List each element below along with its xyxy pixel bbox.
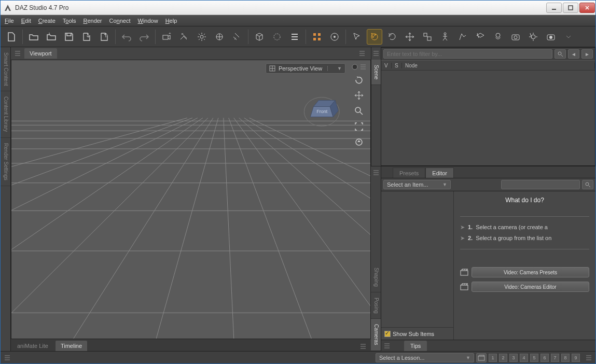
pane-options-icon[interactable]	[359, 63, 367, 71]
pointlight-icon[interactable]	[194, 29, 210, 45]
arrow-left-icon[interactable]: ◄	[568, 49, 579, 59]
tab-animate-lite[interactable]: aniMate Lite	[12, 341, 53, 351]
col-s[interactable]: S	[392, 63, 402, 68]
lesson-step-6[interactable]: 6	[540, 354, 549, 362]
pose-tool-icon[interactable]	[455, 29, 470, 45]
select-item-dropdown[interactable]: Select an Item...▼	[383, 180, 451, 189]
pane-menu-icon[interactable]	[382, 341, 392, 351]
camera-add-icon[interactable]: +	[159, 29, 174, 45]
col-v[interactable]: V	[381, 63, 392, 68]
editor-vertical-tabs: Shaping Posing Cameras	[371, 166, 381, 351]
null-icon[interactable]	[269, 29, 285, 45]
tab-smart-content[interactable]: Smart Content	[1, 47, 10, 91]
surface-select-icon[interactable]	[473, 29, 488, 45]
video-camera-presets-button[interactable]: Video: Camera Presets	[472, 267, 589, 277]
pane-menu-icon[interactable]	[371, 49, 381, 58]
lesson-step-1[interactable]: 1	[489, 354, 497, 362]
view-selector-dropdown[interactable]: Perspective View ▼	[266, 63, 345, 74]
menu-render[interactable]: Render	[83, 18, 102, 24]
svg-point-20	[531, 35, 535, 39]
node-select-icon[interactable]	[349, 29, 365, 45]
close-button[interactable]	[579, 3, 595, 13]
editor-filter-input[interactable]	[501, 180, 580, 189]
titlebar: DAZ Studio 4.7 Pro	[1, 1, 595, 15]
svg-text:Front: Front	[316, 109, 327, 114]
rotate-tool-icon[interactable]	[384, 29, 400, 45]
distantlight-icon[interactable]	[212, 29, 227, 45]
search-icon[interactable]	[582, 180, 593, 189]
clapper-icon[interactable]	[476, 353, 487, 362]
show-sub-items-toggle[interactable]: Show Sub Items	[381, 327, 453, 340]
reset-view-icon[interactable]	[352, 136, 366, 148]
lesson-step-5[interactable]: 5	[530, 354, 538, 362]
group-icon[interactable]	[287, 29, 302, 45]
universal-tool-icon[interactable]	[367, 29, 382, 45]
scene-filter-input[interactable]	[383, 49, 552, 59]
menu-file[interactable]: File	[5, 18, 14, 24]
pan-icon[interactable]	[352, 89, 366, 102]
chevron-down-icon[interactable]	[561, 29, 576, 45]
tab-editor[interactable]: Editor	[425, 167, 454, 178]
linearlight-icon[interactable]	[229, 29, 245, 45]
lesson-step-9[interactable]: 9	[572, 354, 580, 362]
activepose-icon[interactable]	[437, 29, 453, 45]
undo-icon[interactable]	[119, 29, 134, 45]
search-icon[interactable]	[555, 49, 566, 59]
lesson-dropdown[interactable]: Select a Lesson...▼	[376, 353, 474, 362]
tab-shaping[interactable]: Shaping	[371, 262, 381, 292]
lesson-step-8[interactable]: 8	[561, 354, 570, 362]
tab-render-settings[interactable]: Render Settings	[1, 138, 10, 186]
lesson-step-4[interactable]: 4	[520, 354, 528, 362]
spotlight-icon[interactable]	[176, 29, 192, 45]
merge-folder-icon[interactable]	[44, 29, 59, 45]
video-cameras-editor-button[interactable]: Video: Cameras Editor	[472, 282, 589, 292]
primitive-icon[interactable]	[252, 29, 267, 45]
open-folder-icon[interactable]	[26, 29, 41, 45]
tab-content-library[interactable]: Content Library	[1, 91, 10, 137]
scale-tool-icon[interactable]	[420, 29, 435, 45]
maximize-button[interactable]	[563, 3, 578, 13]
pane-menu-right-icon[interactable]	[357, 49, 367, 58]
render-icon[interactable]	[543, 29, 559, 45]
menu-tools[interactable]: Tools	[63, 18, 76, 24]
menu-window[interactable]: Window	[138, 18, 158, 24]
menu-create[interactable]: Create	[38, 18, 56, 24]
pane-menu-icon[interactable]	[3, 353, 12, 362]
drawstyle-icon[interactable]	[351, 63, 358, 71]
smart-content-icon[interactable]	[309, 29, 325, 45]
spot-render-icon[interactable]	[508, 29, 523, 45]
col-node[interactable]: Node	[402, 63, 595, 68]
menu-edit[interactable]: Edit	[21, 18, 31, 24]
render-settings-icon[interactable]	[525, 29, 541, 45]
tab-posing[interactable]: Posing	[371, 292, 381, 319]
lesson-step-7[interactable]: 7	[551, 354, 559, 362]
arrow-right-icon[interactable]: ►	[581, 49, 593, 59]
pane-menu-icon[interactable]	[358, 342, 368, 351]
tab-viewport[interactable]: Viewport	[24, 48, 57, 59]
import-icon[interactable]	[79, 29, 94, 45]
translate-tool-icon[interactable]	[402, 29, 418, 45]
redo-icon[interactable]	[136, 29, 152, 45]
orbit-icon[interactable]	[352, 74, 366, 86]
export-icon[interactable]	[96, 29, 112, 45]
lesson-step-3[interactable]: 3	[509, 354, 518, 362]
viewport-3d[interactable]: Front Perspective View ▼	[11, 60, 371, 339]
menu-help[interactable]: Help	[165, 18, 177, 24]
tab-tips[interactable]: Tips	[404, 341, 427, 351]
tab-cameras[interactable]: Cameras	[371, 319, 381, 351]
daz-connect-icon[interactable]	[327, 29, 342, 45]
lesson-step-2[interactable]: 2	[499, 354, 507, 362]
new-file-icon[interactable]	[4, 29, 19, 45]
pane-menu-icon[interactable]	[584, 354, 593, 362]
tab-scene[interactable]: Scene	[371, 60, 381, 85]
tab-presets[interactable]: Presets	[393, 167, 425, 178]
minimize-button[interactable]	[546, 3, 562, 13]
frame-icon[interactable]	[352, 120, 366, 133]
menu-connect[interactable]: Connect	[109, 18, 131, 24]
zoom-icon[interactable]	[352, 105, 366, 117]
pane-menu-icon[interactable]	[13, 49, 22, 58]
region-nav-icon[interactable]	[490, 29, 506, 45]
pane-menu-icon[interactable]	[371, 168, 381, 177]
tab-timeline[interactable]: Timeline	[56, 341, 87, 351]
save-icon[interactable]	[61, 29, 77, 45]
